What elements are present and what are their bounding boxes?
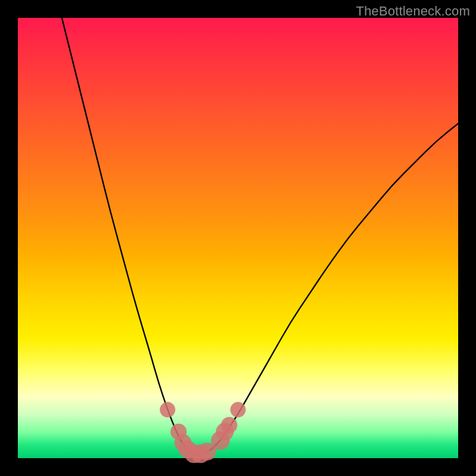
curve-marker: [221, 417, 237, 433]
watermark-text: TheBottleneck.com: [356, 4, 470, 19]
bottleneck-curve: [62, 18, 458, 454]
chart-frame: TheBottleneck.com: [0, 0, 476, 476]
curve-marker: [230, 402, 246, 418]
curve-layer: [18, 18, 458, 458]
curve-marker: [160, 402, 176, 418]
curve-markers: [160, 402, 246, 464]
plot-area: [18, 18, 458, 458]
